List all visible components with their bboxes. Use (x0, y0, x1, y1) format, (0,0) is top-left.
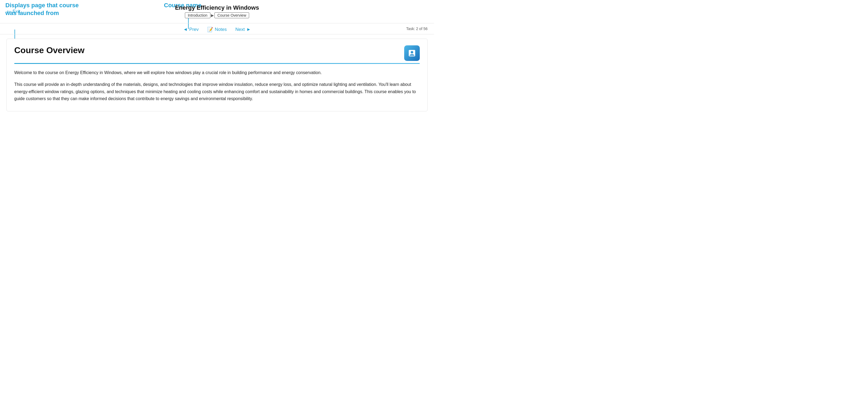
breadcrumb-chapter[interactable]: Introduction (185, 12, 210, 18)
notes-icon: 📝 (207, 27, 213, 32)
content-paragraph-2: This course will provide an in-depth und… (14, 81, 420, 102)
navigation-bar: ◄ Prev 📝 Notes Next ► Task: 2 of 56 (0, 23, 434, 34)
next-label: Next (236, 27, 245, 32)
exit-button[interactable]: ⇦ Exit (6, 8, 20, 15)
content-body: Welcome to the course on Energy Efficien… (14, 69, 420, 103)
task-counter: Task: 2 of 56 (406, 27, 428, 31)
content-paragraph-1: Welcome to the course on Energy Efficien… (14, 69, 420, 76)
content-title-row: Course Overview (14, 45, 420, 61)
content-icon (404, 45, 420, 61)
prev-label: Prev (189, 27, 198, 32)
next-icon: ► (246, 27, 251, 32)
prev-button[interactable]: ◄ Prev (183, 27, 198, 32)
course-name: Energy Efficiency in Windows (0, 4, 434, 11)
header-section: ⇦ Exit Energy Efficiency in Windows Intr… (0, 0, 434, 23)
header-center: Energy Efficiency in Windows Introductio… (0, 3, 434, 20)
exit-label: Exit (12, 9, 20, 14)
breadcrumb-task[interactable]: Course Overview (214, 12, 249, 18)
content-divider (14, 63, 420, 64)
notes-button[interactable]: 📝 Notes (207, 27, 226, 32)
breadcrumb-separator: ▶ (211, 13, 214, 18)
breadcrumb-row: Introduction ▶ Course Overview (0, 12, 434, 18)
prev-icon: ◄ (183, 27, 188, 32)
content-title: Course Overview (14, 45, 84, 55)
content-area: Course Overview Welcome to the course on… (6, 39, 428, 111)
exit-icon: ⇦ (6, 8, 11, 15)
next-button[interactable]: Next ► (236, 27, 251, 32)
notes-button-label: Notes (215, 27, 226, 32)
